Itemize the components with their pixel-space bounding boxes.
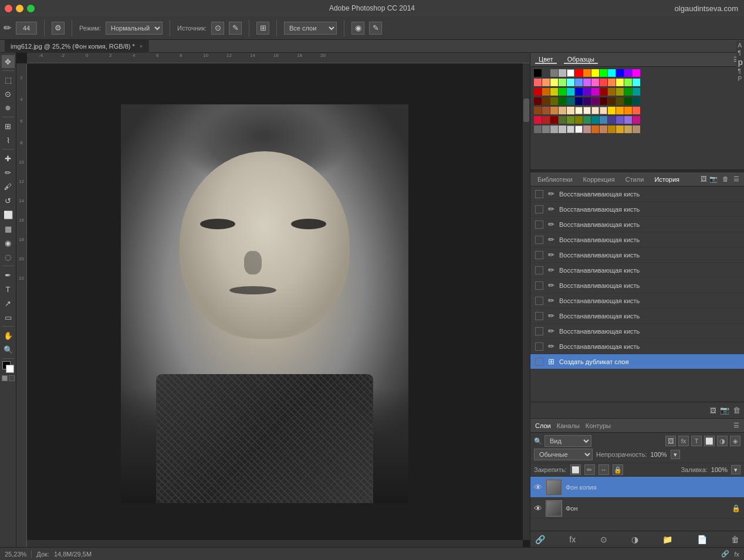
- swatch[interactable]: [608, 125, 616, 133]
- swatch[interactable]: [600, 97, 607, 105]
- swatch[interactable]: [534, 79, 542, 86]
- pen-tool[interactable]: ✒: [2, 269, 15, 281]
- swatch[interactable]: [616, 97, 624, 105]
- swatch[interactable]: [591, 107, 599, 114]
- swatch[interactable]: [542, 88, 550, 96]
- dodge-tool[interactable]: ◌: [2, 250, 15, 263]
- swatch[interactable]: [608, 88, 616, 96]
- history-checkbox[interactable]: [535, 220, 543, 229]
- lock-artboards-btn[interactable]: ↔: [598, 464, 609, 475]
- swatch[interactable]: [575, 116, 583, 124]
- layer-visibility-eye[interactable]: 👁: [534, 483, 542, 492]
- swatch[interactable]: [624, 79, 632, 86]
- swatch[interactable]: [542, 116, 550, 124]
- document-tab[interactable]: img612.jpg @ 25,2% (Фон копия, RGB/8) * …: [5, 40, 149, 53]
- swatch[interactable]: [550, 79, 558, 86]
- swatch[interactable]: [567, 125, 574, 133]
- swatch[interactable]: [633, 107, 640, 114]
- history-item[interactable]: ✏ Восстанавливающая кисть: [530, 247, 744, 263]
- layers-icon-image[interactable]: 🖼: [665, 436, 676, 446]
- lock-position-btn[interactable]: ✏: [584, 464, 595, 475]
- swatch[interactable]: [567, 107, 574, 114]
- eyedropper-tool[interactable]: ⌇: [2, 134, 15, 147]
- history-checkbox[interactable]: [535, 205, 543, 213]
- tab-libraries[interactable]: Библиотеки: [535, 176, 575, 183]
- swatch[interactable]: [542, 97, 550, 105]
- history-checkbox[interactable]: [535, 281, 543, 290]
- swatch[interactable]: [575, 107, 583, 114]
- lasso-tool[interactable]: ⊙: [2, 87, 15, 100]
- history-item[interactable]: ✏ Восстанавливающая кисть: [530, 308, 744, 324]
- history-new-snapshot-icon[interactable]: 🖼: [701, 175, 707, 183]
- layers-icon-pixel[interactable]: ⬜: [704, 436, 715, 446]
- swatch[interactable]: [591, 88, 599, 96]
- layers-icon-fx[interactable]: fx: [678, 436, 689, 446]
- new-group-icon[interactable]: 📁: [662, 535, 672, 544]
- history-checkbox[interactable]: [535, 342, 543, 351]
- tab-history[interactable]: История: [652, 176, 682, 183]
- swatch[interactable]: [534, 69, 542, 77]
- swatch[interactable]: [633, 116, 640, 124]
- clone-icon[interactable]: ✎: [369, 22, 382, 35]
- layers-panel-menu[interactable]: ☰: [733, 422, 739, 429]
- history-checkbox[interactable]: [535, 358, 543, 366]
- history-snapshot-icon[interactable]: 📷: [720, 406, 729, 415]
- tab-channels[interactable]: Каналы: [557, 422, 580, 429]
- swatch[interactable]: [559, 97, 566, 105]
- history-checkbox[interactable]: [535, 190, 543, 198]
- swatch[interactable]: [575, 88, 583, 96]
- right-panel-icon4[interactable]: P: [738, 76, 743, 82]
- swatch[interactable]: [542, 79, 550, 86]
- canvas-area[interactable]: -4 -2 0 2 4 6 8 10 12 14 16 18 20 2 4 6 …: [16, 53, 530, 547]
- close-button[interactable]: [5, 5, 12, 12]
- heal-tool[interactable]: ✚: [2, 152, 15, 165]
- swatch[interactable]: [550, 97, 558, 105]
- right-panel-icon3[interactable]: ¶: [738, 68, 743, 74]
- swatch[interactable]: [633, 88, 640, 96]
- eraser-tool[interactable]: ⬜: [2, 208, 15, 221]
- source-icon2[interactable]: ✎: [229, 22, 242, 35]
- gradient-tool[interactable]: ▦: [2, 222, 15, 235]
- hand-tool[interactable]: ✋: [2, 329, 15, 342]
- swatch[interactable]: [624, 125, 632, 133]
- shape-tool[interactable]: ▭: [2, 311, 15, 324]
- swatch[interactable]: [616, 88, 624, 96]
- tab-paths[interactable]: Контуры: [586, 422, 611, 429]
- swatch[interactable]: [534, 107, 542, 114]
- swatch[interactable]: [591, 97, 599, 105]
- history-checkbox[interactable]: [535, 236, 543, 244]
- swatch[interactable]: [608, 97, 616, 105]
- history-new-state-icon[interactable]: 🖼: [710, 407, 716, 414]
- swatch[interactable]: [616, 79, 624, 86]
- source-icon1[interactable]: ⊙: [211, 22, 224, 35]
- swatch[interactable]: [600, 125, 607, 133]
- tab-color[interactable]: Цвет: [535, 56, 557, 64]
- swatch[interactable]: [600, 116, 607, 124]
- history-camera-icon[interactable]: 📷: [709, 175, 718, 183]
- swatch[interactable]: [542, 69, 550, 77]
- magic-wand-tool[interactable]: ✵: [2, 101, 15, 114]
- status-fx-icon[interactable]: fx: [734, 551, 739, 558]
- history-checkbox[interactable]: [535, 266, 543, 274]
- swatch[interactable]: [616, 125, 624, 133]
- background-color[interactable]: [6, 365, 14, 373]
- clone-stamp-tool[interactable]: 🖋: [2, 180, 15, 193]
- swatch[interactable]: [583, 79, 591, 86]
- swatch[interactable]: [624, 69, 632, 77]
- toolbar-settings-icon[interactable]: ⚙: [52, 22, 65, 35]
- swatch[interactable]: [591, 125, 599, 133]
- swatch[interactable]: [559, 79, 566, 86]
- window-controls[interactable]: [5, 5, 35, 12]
- swatch[interactable]: [633, 125, 640, 133]
- swatch[interactable]: [534, 125, 542, 133]
- status-link-icon[interactable]: 🔗: [721, 550, 729, 558]
- swatch[interactable]: [600, 88, 607, 96]
- blur-tool[interactable]: ◉: [2, 236, 15, 249]
- tab-correction[interactable]: Коррекция: [581, 176, 617, 183]
- swatch[interactable]: [542, 107, 550, 114]
- swatch[interactable]: [600, 79, 607, 86]
- history-trash-icon[interactable]: 🗑: [733, 406, 740, 415]
- history-item[interactable]: ✏ Восстанавливающая кисть: [530, 293, 744, 308]
- swatch[interactable]: [575, 69, 583, 77]
- layers-select[interactable]: Все слои: [284, 22, 337, 35]
